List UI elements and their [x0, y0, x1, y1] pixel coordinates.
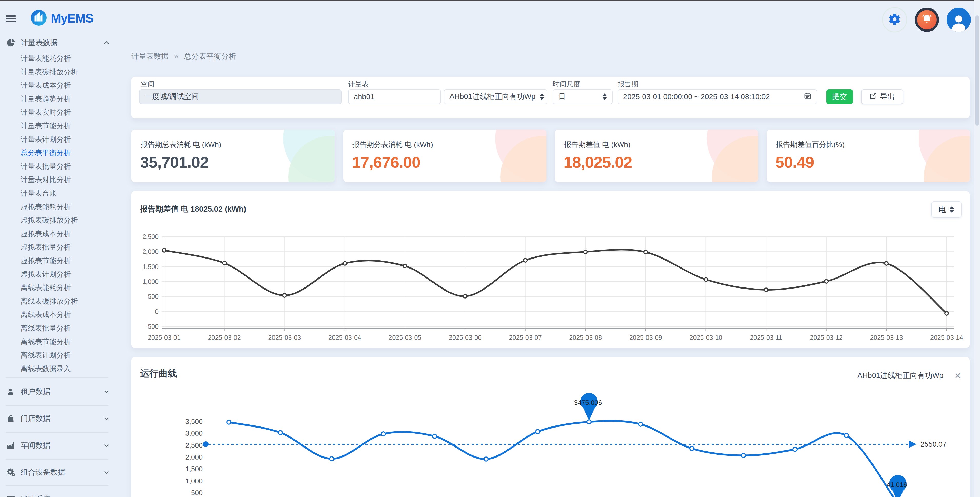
sidebar-item[interactable]: 虚拟表批量分析 — [21, 241, 71, 254]
stat-card-value: 50.49 — [776, 153, 814, 171]
chevron-down-icon — [103, 415, 110, 422]
sidebar-item[interactable]: 计量表批量分析 — [21, 160, 71, 173]
svg-text:500: 500 — [148, 293, 159, 300]
stat-card: 报告期总表消耗 电 (kWh) 35,701.02 — [131, 130, 334, 182]
myems-logo-icon — [30, 9, 47, 27]
svg-text:3475.006: 3475.006 — [574, 399, 602, 406]
sidebar-item[interactable]: 计量表成本分析 — [21, 79, 71, 92]
stat-card-label: 报告期差值百分比(%) — [776, 140, 845, 149]
sidebar-item[interactable]: 离线表成本分析 — [21, 308, 71, 321]
svg-text:2025-03-10: 2025-03-10 — [690, 334, 722, 341]
sidebar-item[interactable]: 虚拟表能耗分析 — [21, 200, 71, 214]
page-scrollbar[interactable] — [974, 0, 980, 497]
svg-text:1,500: 1,500 — [142, 263, 159, 270]
brand-name: MyEMS — [51, 11, 93, 25]
settings-button[interactable] — [882, 7, 907, 32]
sidebar-section[interactable]: 组合设备数据 — [0, 465, 126, 479]
stat-card: 报告期差值 电 (kWh) 18,025.02 — [555, 130, 758, 182]
svg-text:2025-03-03: 2025-03-03 — [268, 334, 301, 341]
gears-icon — [6, 468, 15, 477]
select-arrows-icon — [598, 93, 607, 100]
meter-input[interactable]: ahb01 — [348, 89, 441, 104]
stat-card-label: 报告期差值 电 (kWh) — [564, 140, 630, 149]
breadcrumb-current: 总分表平衡分析 — [184, 52, 236, 60]
export-button[interactable]: 导出 — [861, 89, 903, 104]
reporting-period-input[interactable]: 2025-03-01 00:00:00 ~ 2025-03-14 08:10:0… — [617, 89, 817, 104]
sidebar-item[interactable]: 计量表碳排放分析 — [21, 65, 78, 79]
sidebar-item[interactable]: 计量表趋势分析 — [21, 92, 71, 106]
sidebar-item[interactable]: 虚拟表成本分析 — [21, 227, 71, 241]
sidebar-item[interactable]: 虚拟表计划分析 — [21, 268, 71, 281]
svg-text:-500: -500 — [146, 323, 159, 330]
chevron-down-icon — [103, 496, 110, 497]
sidebar-section[interactable]: 辅助系统 — [0, 492, 126, 497]
select-arrows-icon — [535, 93, 544, 100]
sidebar-item[interactable]: 虚拟表节能分析 — [21, 254, 71, 267]
svg-text:2025-03-06: 2025-03-06 — [449, 334, 482, 341]
sidebar-item[interactable]: 离线表碳排放分析 — [21, 295, 78, 308]
meter-point-select[interactable]: AHb01进线柜正向有功Wp — [444, 89, 547, 104]
monitor-icon — [6, 495, 15, 497]
space-input[interactable]: 一度城/调试空间 — [139, 89, 342, 104]
svg-text:2025-03-12: 2025-03-12 — [810, 334, 843, 341]
scrollbar-thumb[interactable] — [975, 15, 979, 125]
sidebar-divider — [6, 378, 108, 378]
sidebar-divider — [6, 459, 108, 460]
stat-card: 报告期分表消耗 电 (kWh) 17,676.00 — [343, 130, 546, 182]
breadcrumb-parent[interactable]: 计量表数据 — [131, 52, 169, 60]
menu-toggle-button[interactable] — [6, 14, 17, 24]
svg-text:2025-03-13: 2025-03-13 — [870, 334, 903, 341]
svg-text:500: 500 — [191, 489, 203, 497]
svg-text:2025-03-14: 2025-03-14 — [930, 334, 963, 341]
svg-text:2025-03-02: 2025-03-02 — [208, 334, 241, 341]
svg-text:41.016: 41.016 — [887, 481, 907, 489]
export-icon — [870, 92, 877, 101]
sidebar-item[interactable]: 计量表对比分析 — [21, 173, 71, 186]
max-point-pin: 3475.006 — [574, 393, 602, 420]
submit-button[interactable]: 提交 — [826, 89, 853, 104]
sidebar-item[interactable]: 计量表能耗分析 — [21, 52, 71, 65]
trend-chart-card: 运行曲线 AHb01进线柜正向有功Wp × 3,5003,0002,5002,0… — [131, 357, 970, 497]
breadcrumb: 计量表数据 » 总分表平衡分析 — [131, 51, 236, 62]
chevron-up-icon — [103, 40, 110, 46]
sidebar-section[interactable]: 计量表数据 — [0, 36, 126, 50]
sidebar-item[interactable]: 计量表计划分析 — [21, 133, 71, 146]
sidebar-item[interactable]: 计量表实时分析 — [21, 106, 71, 119]
meter-label: 计量表 — [348, 79, 369, 89]
period-type-label: 时间尺度 — [553, 79, 580, 89]
svg-text:2025-03-08: 2025-03-08 — [569, 334, 602, 341]
svg-text:1,000: 1,000 — [185, 477, 203, 485]
breadcrumb-separator: » — [174, 52, 178, 60]
chevron-down-icon — [103, 388, 110, 395]
svg-text:2025-03-05: 2025-03-05 — [389, 334, 422, 341]
sidebar-section[interactable]: 门店数据 — [0, 411, 126, 426]
pie-chart-icon — [6, 38, 15, 48]
svg-text:2025-03-11: 2025-03-11 — [750, 334, 782, 341]
svg-text:2550.07: 2550.07 — [921, 440, 947, 448]
calendar-icon — [804, 92, 811, 102]
sidebar-item[interactable]: 计量表节能分析 — [21, 119, 71, 133]
sidebar-item[interactable]: 计量表台账 — [21, 187, 56, 200]
svg-text:0: 0 — [155, 308, 159, 315]
sidebar-item[interactable]: 总分表平衡分析 — [21, 146, 71, 159]
period-type-select[interactable]: 日 — [553, 89, 612, 104]
sidebar-item[interactable]: 离线表节能分析 — [21, 335, 71, 349]
chevron-down-icon — [103, 442, 110, 449]
sidebar-divider — [6, 405, 108, 406]
brand-link[interactable]: MyEMS — [30, 9, 93, 27]
person-icon — [6, 387, 15, 396]
user-avatar[interactable] — [947, 8, 971, 32]
notification-bell-icon — [921, 13, 933, 26]
sidebar-item[interactable]: 离线表数据录入 — [21, 362, 71, 375]
sidebar-item[interactable]: 离线表计划分析 — [21, 349, 71, 362]
chevron-down-icon — [103, 469, 110, 476]
sidebar-section[interactable]: 车间数据 — [0, 438, 126, 453]
topbar: MyEMS — [0, 1, 980, 37]
space-label: 空间 — [141, 79, 154, 89]
notifications-button[interactable] — [915, 8, 939, 32]
sidebar-section[interactable]: 租户数据 — [0, 385, 126, 399]
balance-chart-card: 报告期差值 电 18025.02 (kWh) 电 2,5002,0001,500… — [131, 191, 970, 348]
sidebar-item[interactable]: 离线表批量分析 — [21, 322, 71, 335]
sidebar-item[interactable]: 虚拟表碳排放分析 — [21, 214, 78, 227]
sidebar-item[interactable]: 离线表能耗分析 — [21, 281, 71, 294]
